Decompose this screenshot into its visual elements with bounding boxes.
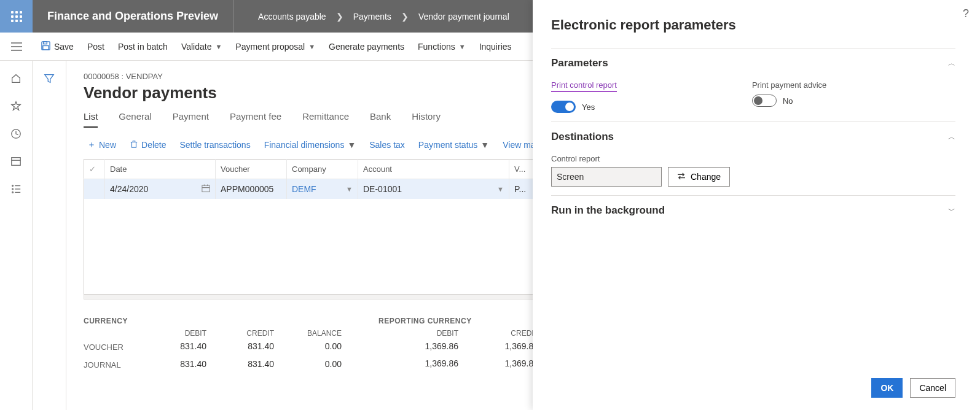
change-button[interactable]: Change (668, 167, 730, 187)
delete-button[interactable]: Delete (130, 140, 166, 150)
ok-button[interactable]: OK (871, 378, 903, 398)
row-selector[interactable] (84, 179, 105, 199)
breadcrumb: Accounts payable ❯ Payments ❯ Vendor pay… (233, 12, 509, 21)
svg-point-11 (12, 188, 14, 190)
sales-tax-button[interactable]: Sales tax (369, 140, 405, 150)
new-button[interactable]: ＋New (87, 139, 116, 150)
swap-icon (677, 172, 686, 182)
breadcrumb-item[interactable]: Payments (353, 12, 391, 21)
col-voucher[interactable]: Voucher (216, 160, 287, 179)
breadcrumb-item[interactable]: Accounts payable (258, 12, 326, 21)
section-background-header[interactable]: Run in the background ﹀ (551, 204, 955, 217)
print-control-label: Print control report (551, 80, 617, 92)
recent-icon[interactable] (10, 128, 22, 141)
star-icon[interactable] (10, 101, 22, 114)
col-company[interactable]: Company (287, 160, 358, 179)
app-title: Finance and Operations Preview (33, 0, 233, 33)
help-icon[interactable]: ? (963, 7, 969, 20)
nav-expand-button[interactable] (0, 33, 33, 60)
print-advice-value: No (783, 96, 793, 106)
chevron-down-icon: ▼ (459, 43, 466, 50)
select-all-header[interactable]: ✓ (84, 160, 105, 179)
chevron-down-icon: ▼ (215, 43, 222, 50)
chevron-down-icon: ▼ (308, 43, 315, 50)
payment-status-button[interactable]: Payment status▼ (418, 140, 489, 150)
tab-history[interactable]: History (412, 111, 441, 128)
col-date[interactable]: Date (105, 160, 216, 179)
cell-voucher[interactable]: APPM000005 (216, 179, 287, 199)
check-icon: ✓ (89, 164, 96, 174)
app-launcher[interactable] (0, 0, 33, 33)
tab-payment-fee[interactable]: Payment fee (230, 111, 281, 128)
post-button[interactable]: Post (87, 42, 104, 52)
trash-icon (130, 140, 138, 150)
breadcrumb-item[interactable]: Vendor payment journal (418, 12, 509, 21)
section-destinations-header[interactable]: Destinations ︿ (551, 131, 955, 143)
tab-bank[interactable]: Bank (370, 111, 391, 128)
tab-remittance[interactable]: Remittance (302, 111, 349, 128)
cancel-button[interactable]: Cancel (910, 378, 955, 398)
cell-date[interactable]: 4/24/2020 (105, 179, 216, 199)
validate-button[interactable]: Validate▼ (181, 42, 222, 52)
col-account[interactable]: Account (358, 160, 509, 179)
calendar-icon[interactable] (202, 184, 210, 195)
financial-dimensions-button[interactable]: Financial dimensions▼ (264, 140, 356, 150)
chevron-up-icon: ︿ (948, 58, 955, 69)
currency-title: CURRENCY (84, 317, 342, 325)
modules-icon[interactable] (10, 184, 22, 196)
chevron-down-icon[interactable]: ▼ (497, 185, 504, 193)
tab-general[interactable]: General (119, 111, 151, 128)
chevron-down-icon: ﹀ (948, 206, 955, 216)
cell-account[interactable]: DE-01001▼ (358, 179, 509, 199)
save-button[interactable]: Save (41, 41, 74, 52)
chevron-down-icon: ▼ (347, 140, 356, 150)
control-report-field[interactable]: Screen (551, 167, 662, 187)
svg-rect-7 (12, 158, 20, 166)
panel-title: Electronic report parameters (551, 17, 955, 33)
reporting-title: REPORTING CURRENCY (378, 317, 538, 325)
svg-rect-5 (43, 45, 49, 50)
chevron-down-icon: ▼ (480, 140, 489, 150)
functions-button[interactable]: Functions▼ (418, 42, 466, 52)
payment-proposal-button[interactable]: Payment proposal▼ (235, 42, 315, 52)
electronic-report-panel: ? Electronic report parameters Parameter… (533, 0, 980, 410)
print-advice-label: Print payment advice (752, 80, 826, 90)
chevron-up-icon: ︿ (948, 132, 955, 142)
control-report-label: Control report (551, 154, 662, 163)
svg-rect-4 (44, 41, 47, 44)
inquiries-button[interactable]: Inquiries (479, 42, 512, 52)
generate-payments-button[interactable]: Generate payments (329, 42, 404, 52)
section-parameters-header[interactable]: Parameters ︿ (551, 57, 955, 69)
cell-company[interactable]: DEMF▼ (287, 179, 358, 199)
svg-rect-15 (202, 185, 210, 192)
post-in-batch-button[interactable]: Post in batch (118, 42, 168, 52)
workspace-icon[interactable] (10, 156, 22, 169)
chevron-right-icon: ❯ (401, 12, 409, 21)
chevron-down-icon[interactable]: ▼ (346, 185, 353, 193)
print-control-toggle[interactable] (551, 101, 576, 113)
svg-point-13 (12, 192, 14, 193)
svg-point-9 (12, 185, 14, 187)
plus-icon: ＋ (87, 139, 96, 150)
chevron-right-icon: ❯ (336, 12, 343, 21)
tab-payment[interactable]: Payment (173, 111, 209, 128)
print-advice-toggle[interactable] (752, 95, 777, 107)
filter-icon[interactable] (44, 73, 55, 410)
print-control-value: Yes (582, 102, 595, 112)
settle-button[interactable]: Settle transactions (179, 140, 250, 150)
save-icon (41, 41, 50, 52)
tab-list[interactable]: List (84, 111, 98, 128)
save-label: Save (54, 42, 74, 52)
home-icon[interactable] (10, 73, 22, 86)
